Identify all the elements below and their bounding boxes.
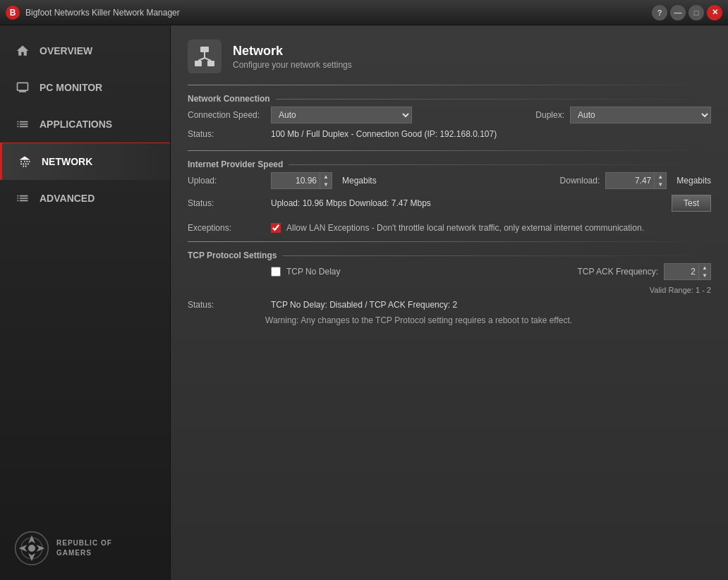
provider-status-row: Status: Upload: 10.96 Mbps Download: 7.4…: [188, 195, 711, 212]
header-divider: [188, 85, 711, 85]
minimize-button[interactable]: —: [670, 5, 686, 20]
tcp-section-label: TCP Protocol Settings: [188, 250, 711, 260]
titlebar: B Bigfoot Networks Killer Network Manage…: [0, 0, 728, 25]
page-header: Network Configure your network settings: [188, 40, 711, 73]
titlebar-controls: ? — □ ✕: [652, 5, 722, 20]
tcp-warning: Warning: Any changes to the TCP Protocol…: [265, 315, 711, 325]
content-area: Network Configure your network settings …: [171, 25, 728, 580]
tcp-no-delay-label: TCP No Delay: [286, 267, 340, 277]
upload-input[interactable]: [271, 172, 320, 189]
download-unit: Megabits: [677, 176, 711, 186]
tcp-status-value: TCP No Delay: Disabled / TCP ACK Frequen…: [271, 300, 457, 310]
ack-freq-decrement-btn[interactable]: ▼: [699, 272, 710, 279]
svg-rect-8: [195, 61, 202, 66]
upload-unit: Megabits: [342, 176, 377, 186]
svg-line-12: [205, 58, 211, 61]
sidebar-item-pc-monitor[interactable]: PC Monitor: [0, 69, 170, 106]
connection-speed-row: Connection Speed: Auto 10 Mb / Full Dupl…: [188, 107, 711, 123]
svg-marker-4: [19, 545, 28, 552]
connection-speed-select[interactable]: Auto 10 Mb / Full Duplex 100 Mb / Full D…: [271, 107, 412, 123]
sidebar-item-advanced[interactable]: Advanced: [0, 180, 170, 217]
download-increment-btn[interactable]: ▲: [655, 173, 666, 181]
duplex-select[interactable]: Auto Full Half: [570, 107, 711, 123]
download-spinner: ▲ ▼: [605, 172, 667, 189]
monitor-icon: [14, 79, 31, 96]
internet-provider-label: Internet Provider Speed: [188, 159, 711, 169]
page-icon: [188, 40, 222, 73]
ack-freq-spinner: ▲ ▼: [664, 263, 711, 280]
page-subtitle: Configure your network settings: [233, 60, 352, 70]
download-decrement-btn[interactable]: ▼: [655, 181, 666, 188]
ack-freq-input[interactable]: [664, 263, 699, 280]
network-connection-section: Network Connection Connection Speed: Aut…: [188, 94, 711, 139]
svg-marker-3: [28, 553, 35, 562]
svg-marker-2: [28, 536, 35, 544]
exceptions-checkbox[interactable]: [271, 223, 281, 233]
titlebar-left: B Bigfoot Networks Killer Network Manage…: [6, 6, 180, 20]
sidebar-label-applications: Applications: [40, 119, 112, 130]
tcp-protocol-section: TCP Protocol Settings TCP No Delay TCP A…: [188, 250, 711, 325]
upload-label: Upload:: [188, 176, 265, 186]
connection-status-value: 100 Mb / Full Duplex - Connection Good (…: [271, 129, 497, 139]
sidebar: Overview PC Monitor Applications Network: [0, 25, 171, 580]
tcp-status-row: Status: TCP No Delay: Disabled / TCP ACK…: [188, 300, 711, 310]
titlebar-title: Bigfoot Networks Killer Network Manager: [25, 8, 180, 18]
duplex-label: Duplex:: [508, 110, 564, 120]
settings-icon: [14, 190, 31, 207]
svg-line-11: [198, 58, 205, 61]
connection-speed-label: Connection Speed:: [188, 110, 265, 120]
test-button[interactable]: Test: [672, 195, 711, 212]
exceptions-checkbox-label: Allow LAN Exceptions - Don't throttle lo…: [286, 223, 644, 233]
internet-provider-section: Internet Provider Speed Upload: ▲ ▼ Mega…: [188, 159, 711, 212]
network-page-icon: [193, 45, 216, 68]
sidebar-label-network: Network: [42, 156, 92, 167]
exceptions-row: Exceptions: Allow LAN Exceptions - Don't…: [188, 223, 711, 233]
valid-range-text: Valid Range: 1 - 2: [650, 286, 711, 294]
upload-spinner: ▲ ▼: [271, 172, 332, 189]
maximize-button[interactable]: □: [688, 5, 704, 20]
ack-freq-label: TCP ACK Frequency:: [578, 267, 659, 277]
provider-status-value: Upload: 10.96 Mbps Download: 7.47 Mbps: [271, 198, 431, 208]
rog-text: REPUBLIC OF GAMERS: [56, 538, 112, 558]
svg-rect-7: [200, 47, 209, 52]
svg-rect-9: [207, 61, 214, 66]
download-label: Download:: [543, 176, 600, 186]
upload-spinner-btns: ▲ ▼: [320, 172, 332, 189]
home-icon: [14, 42, 31, 59]
upload-download-row: Upload: ▲ ▼ Megabits Download: ▲ ▼: [188, 172, 711, 189]
download-spinner-btns: ▲ ▼: [655, 172, 667, 189]
tcp-settings-row: TCP No Delay TCP ACK Frequency: ▲ ▼: [188, 263, 711, 280]
page-title: Network: [233, 44, 352, 59]
provider-status-label: Status:: [188, 198, 265, 208]
exceptions-label: Exceptions:: [188, 223, 265, 233]
upload-increment-btn[interactable]: ▲: [320, 173, 332, 181]
ack-freq-increment-btn[interactable]: ▲: [699, 264, 710, 272]
sidebar-item-network[interactable]: Network: [0, 143, 170, 180]
sidebar-label-overview: Overview: [40, 45, 92, 56]
download-input[interactable]: [605, 172, 655, 189]
connection-status-row: Status: 100 Mb / Full Duplex - Connectio…: [188, 129, 711, 139]
upload-decrement-btn[interactable]: ▼: [320, 181, 332, 188]
sidebar-label-advanced: Advanced: [40, 193, 95, 204]
rog-logo: REPUBLIC OF GAMERS: [14, 531, 156, 566]
list-icon: [14, 116, 31, 133]
tcp-no-delay-checkbox[interactable]: [271, 267, 281, 277]
sidebar-bottom: REPUBLIC OF GAMERS: [0, 516, 170, 580]
main-layout: Overview PC Monitor Applications Network: [0, 25, 728, 580]
network-icon: [16, 153, 33, 170]
sidebar-item-overview[interactable]: Overview: [0, 32, 170, 69]
app-icon: B: [6, 6, 20, 20]
close-button[interactable]: ✕: [707, 5, 722, 20]
svg-point-6: [28, 545, 35, 552]
section-divider-1: [188, 150, 711, 151]
page-title-group: Network Configure your network settings: [233, 44, 352, 70]
sidebar-label-pc-monitor: PC Monitor: [40, 82, 102, 93]
rog-emblem: [14, 531, 49, 566]
tcp-status-label: Status:: [188, 300, 265, 310]
network-connection-label: Network Connection: [188, 94, 711, 104]
sidebar-item-applications[interactable]: Applications: [0, 106, 170, 143]
connection-status-label: Status:: [188, 129, 265, 139]
ack-freq-spinner-btns: ▲ ▼: [699, 263, 711, 280]
svg-marker-5: [37, 545, 45, 552]
help-button[interactable]: ?: [652, 5, 667, 20]
